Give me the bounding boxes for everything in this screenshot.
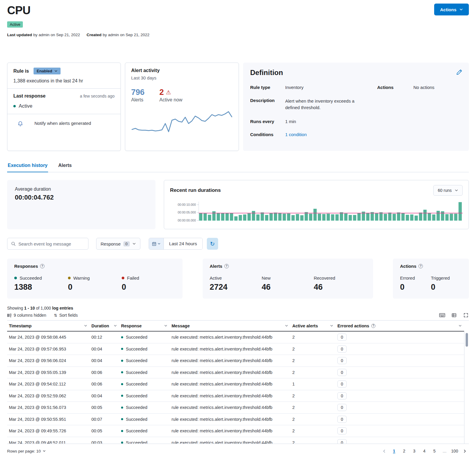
- column-header-response[interactable]: Response: [119, 324, 170, 328]
- stat-item-label: Active: [210, 275, 262, 281]
- page-number-1[interactable]: 1: [390, 447, 398, 455]
- page-number-2[interactable]: 2: [400, 447, 408, 455]
- tab-bar: Execution history Alerts: [7, 163, 469, 172]
- keyboard-shortcuts-icon[interactable]: [439, 313, 445, 318]
- cell-errored-actions: 0: [336, 357, 464, 364]
- errored-actions-badge: 0: [337, 334, 347, 341]
- rows-per-page-button[interactable]: Rows per page: 10: [7, 449, 46, 453]
- chevron-down-icon: [458, 324, 462, 327]
- search-input[interactable]: [18, 241, 85, 246]
- chevron-down-icon: [43, 450, 46, 453]
- refresh-button[interactable]: ↻: [207, 238, 218, 250]
- date-range-button[interactable]: Last 24 hours: [164, 238, 202, 249]
- response-filter-button[interactable]: Response 0: [96, 238, 140, 250]
- stat-item-label: Succeeded: [14, 275, 68, 281]
- help-icon[interactable]: ?: [40, 264, 45, 268]
- help-icon[interactable]: ?: [224, 264, 229, 268]
- fullscreen-icon[interactable]: [463, 313, 469, 318]
- display-options-icon[interactable]: [451, 313, 457, 318]
- page-number-3[interactable]: 3: [410, 447, 418, 455]
- cell-timestamp: Mar 24, 2023 @ 09:54:02.112: [7, 382, 90, 386]
- scrollbar-thumb[interactable]: [466, 333, 468, 347]
- date-picker-calendar-button[interactable]: [149, 238, 164, 249]
- filters-row: Response 0 Last 24 hours ↻: [7, 238, 469, 250]
- tab-execution-history[interactable]: Execution history: [7, 163, 48, 172]
- cell-timestamp: Mar 24, 2023 @ 09:49:55.726: [7, 428, 90, 433]
- cell-timestamp: Mar 24, 2023 @ 09:48:52.011: [7, 440, 90, 444]
- sort-fields-button[interactable]: ⇅ Sort fields: [54, 313, 78, 318]
- errored-actions-badge: 0: [337, 357, 347, 364]
- rule-type-value: Inventory: [285, 85, 374, 90]
- page-title: CPU: [7, 4, 31, 17]
- conditions-label: Conditions: [250, 132, 282, 137]
- table-row: Mar 24, 2023 @ 09:51:56.07300:05Succeede…: [7, 402, 464, 414]
- column-header-errored-actions[interactable]: Errored actions?: [336, 324, 464, 328]
- cell-response: Succeeded: [119, 358, 170, 363]
- last-response-ago: a few seconds ago: [80, 94, 115, 98]
- conditions-link[interactable]: 1 condition: [285, 132, 462, 137]
- status-badge: Active: [7, 21, 23, 28]
- last-response-label: Last response: [13, 93, 45, 99]
- help-icon[interactable]: ?: [418, 264, 423, 268]
- previous-page-button[interactable]: [380, 447, 388, 455]
- page-number-4[interactable]: 4: [420, 447, 429, 455]
- bell-icon: [18, 121, 23, 127]
- help-icon: ?: [371, 324, 375, 328]
- executions-text: 1,388 executions in the last 24 hr: [13, 78, 115, 84]
- cell-message: rule executed: metrics.alert.inventory.t…: [170, 405, 291, 410]
- next-page-button[interactable]: [461, 447, 469, 455]
- cell-errored-actions: 0: [336, 392, 464, 399]
- table-footer: Rows per page: 10 12345…100: [7, 447, 469, 455]
- table-scrollbar[interactable]: [464, 332, 469, 444]
- errored-actions-badge: 0: [337, 439, 347, 444]
- cell-active-alerts: 1: [291, 382, 336, 386]
- alerts-stat: 796 Alerts: [131, 88, 145, 103]
- cell-timestamp: Mar 24, 2023 @ 09:50:55.951: [7, 417, 90, 422]
- alert-activity-card: Alert activity Last 30 days 796 Alerts 2…: [125, 63, 239, 151]
- average-duration-value: 00:00:04.762: [15, 194, 148, 201]
- alerts-count: 796: [131, 88, 145, 97]
- column-header-duration[interactable]: Duration: [90, 324, 119, 328]
- stat-item-label: Recovered: [314, 275, 366, 281]
- alert-activity-range: Last 30 days: [131, 75, 233, 80]
- active-now-stat: 2 ⚠ Active now: [159, 88, 182, 103]
- definition-title: Definition: [250, 68, 462, 77]
- cell-errored-actions: 0: [336, 380, 464, 388]
- table-row: Mar 24, 2023 @ 09:57:06.95300:04Succeede…: [7, 343, 464, 355]
- stat-item-label: Failed: [122, 275, 175, 281]
- rule-is-label: Rule is: [13, 68, 29, 74]
- runs-count-select[interactable]: 60 runs: [433, 185, 463, 196]
- table-row: Mar 24, 2023 @ 09:56:06.02400:04Succeede…: [7, 355, 464, 367]
- column-header-timestamp[interactable]: Timestamp: [7, 324, 90, 328]
- stat-item-value: 2724: [210, 283, 262, 292]
- cell-timestamp: Mar 24, 2023 @ 09:55:05.139: [7, 370, 90, 375]
- stat-item: Recovered46: [314, 275, 366, 292]
- tab-alerts[interactable]: Alerts: [58, 163, 72, 172]
- alert-activity-sparkline: [131, 106, 233, 139]
- stat-item-value: 0: [431, 283, 462, 292]
- rule-enabled-section: Rule is Enabled 1,388 executions in the …: [7, 63, 120, 88]
- def-actions-label: Actions: [377, 85, 410, 90]
- cell-timestamp: Mar 24, 2023 @ 09:58:08.445: [7, 335, 90, 340]
- chevron-down-icon: [459, 8, 463, 11]
- edit-pencil-icon[interactable]: [456, 69, 462, 75]
- hidden-columns-button[interactable]: 9 columns hidden: [7, 313, 46, 318]
- enabled-dropdown[interactable]: Enabled: [34, 68, 61, 74]
- cell-message: rule executed: metrics.alert.inventory.t…: [170, 335, 291, 340]
- stat-item: Errored0: [400, 275, 431, 292]
- cell-errored-actions: 0: [336, 369, 464, 376]
- column-header-message[interactable]: Message: [170, 324, 291, 328]
- page-number-5[interactable]: 5: [430, 447, 439, 455]
- table-toolbar: 9 columns hidden ⇅ Sort fields: [7, 313, 469, 321]
- search-box: [7, 238, 88, 250]
- cell-response: Succeeded: [119, 417, 170, 422]
- rule-status-card: Rule is Enabled 1,388 executions in the …: [7, 63, 121, 151]
- status-dot-icon: [14, 277, 17, 279]
- page-number-100[interactable]: 100: [450, 447, 459, 455]
- cell-message: rule executed: metrics.alert.inventory.t…: [170, 440, 291, 444]
- cell-errored-actions: 0: [336, 404, 464, 411]
- column-header-active-alerts[interactable]: Active alerts: [291, 324, 336, 328]
- errored-actions-badge: 0: [337, 369, 347, 376]
- cell-duration: 00:05: [90, 428, 119, 433]
- actions-button[interactable]: Actions: [434, 4, 469, 15]
